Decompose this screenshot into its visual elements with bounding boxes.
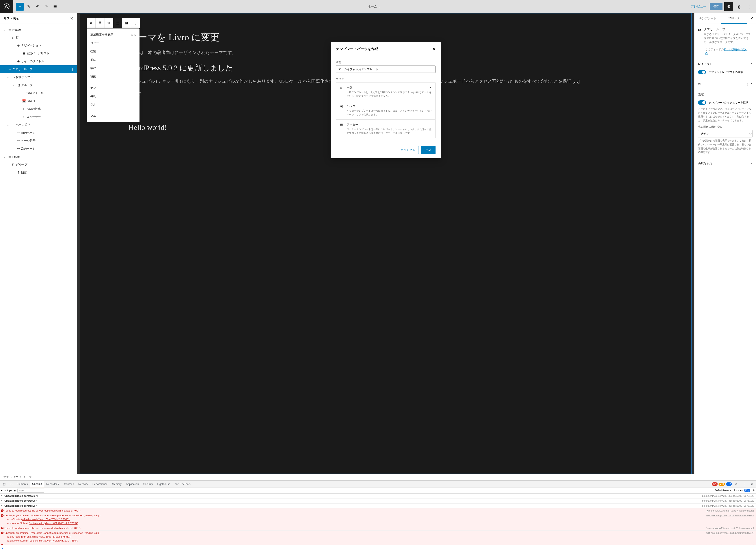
- settings-section-header[interactable]: 設定⌃: [695, 89, 756, 99]
- dt-log-line[interactable]: ▸Updated Block: core/coverblocks.min.js?…: [0, 504, 756, 508]
- dt-tab-lighthouse[interactable]: Lighthouse: [155, 481, 173, 487]
- tree-item-page-list[interactable]: ☰固定ページリスト: [0, 49, 77, 57]
- list-view-button[interactable]: ☰: [51, 3, 59, 11]
- dt-close-icon[interactable]: ✕: [749, 483, 755, 486]
- dt-context-select[interactable]: top ▾: [7, 489, 13, 492]
- breadcrumb: 文書 › クエリーループ: [0, 474, 756, 480]
- dt-log-line[interactable]: ✕Uncaught (in promise) TypeError: Cannot…: [0, 531, 756, 543]
- area-option-header[interactable]: ▣ ヘッダー ヘッダーテンプレートは一般にタイトル、ロゴ、メインナビゲーションを…: [336, 101, 435, 119]
- page-title-dropdown[interactable]: ホーム ⌄: [59, 5, 689, 9]
- wordpress-logo[interactable]: ⓦ: [0, 0, 13, 13]
- dt-gear-icon[interactable]: ⚙: [752, 489, 755, 492]
- dt-sidebar-icon[interactable]: ▸: [1, 489, 3, 492]
- preview-link[interactable]: プレビュー: [689, 5, 708, 9]
- tree-item-group[interactable]: ⌄⿻グループ: [0, 81, 77, 89]
- tree-item-site-title[interactable]: ◉サイトのタイトル: [0, 57, 77, 65]
- tree-item-footer[interactable]: ⌄▭Footer: [0, 153, 77, 160]
- dt-log-line[interactable]: ✕Failed to load resource: the server res…: [0, 543, 756, 545]
- redo-button[interactable]: ↷: [42, 3, 50, 11]
- layout-section-header[interactable]: レイアウト⌃: [695, 59, 756, 69]
- tree-item-spacer[interactable]: ↕スペーサー: [0, 113, 77, 121]
- styles-button[interactable]: ◐: [735, 2, 744, 11]
- tree-item-post-title[interactable]: ⊢投稿タイトル: [0, 89, 77, 97]
- breadcrumb-doc[interactable]: 文書: [4, 475, 9, 479]
- tree-item-prev-page[interactable]: ⋯前のページ: [0, 129, 77, 137]
- tree-item-query-loop[interactable]: ⌄∞クエリーループ⋮: [0, 65, 77, 73]
- tree-item-row[interactable]: ⌄⿻行: [0, 34, 77, 41]
- dt-issues-label[interactable]: 2 Issues: ☐ 2: [734, 489, 750, 492]
- breadcrumb-current[interactable]: クエリーループ: [13, 475, 32, 479]
- footer-area-icon: ▩: [340, 123, 344, 135]
- dt-log-line[interactable]: ▸Updated Block: core/coverblocks.min.js?…: [0, 499, 756, 503]
- dt-tab-application[interactable]: Application: [124, 481, 141, 487]
- dt-settings-icon[interactable]: ⚙: [733, 483, 740, 486]
- modal-close-button[interactable]: ✕: [432, 47, 436, 51]
- dt-console-input[interactable]: [4, 547, 754, 549]
- check-icon: ✓: [429, 86, 432, 89]
- area-option-general[interactable]: ◈ 一般✓ 一般テンプレートは、しばしば投稿コンテンツの表示のような特別なロール…: [336, 82, 435, 101]
- dt-tab-axe[interactable]: axe DevTools: [172, 481, 193, 487]
- tree-item-navigation[interactable]: ⌄⊘ナビゲーション: [0, 41, 77, 49]
- save-button[interactable]: 保存: [710, 3, 722, 10]
- dt-info-badge[interactable]: ☐ 2: [726, 482, 732, 486]
- tree-item-paragraph[interactable]: ¶段落: [0, 168, 77, 176]
- dt-log-line[interactable]: ✕Failed to load resource: the server res…: [0, 508, 756, 513]
- close-sidebar-button[interactable]: ✕: [70, 16, 73, 21]
- dt-error-badge[interactable]: ⊘ 9: [712, 482, 718, 486]
- name-field-label: 名前: [336, 60, 436, 64]
- area-option-footer[interactable]: ▩ フッター フッターテンプレートは一般にクレジット、ソーシャルリンク、またはそ…: [336, 119, 435, 138]
- dt-log-line[interactable]: ✕Failed to load resource: the server res…: [0, 526, 756, 531]
- tab-template[interactable]: テンプレート: [695, 13, 721, 24]
- name-field-input[interactable]: [336, 65, 436, 73]
- dt-tab-elements[interactable]: Elements: [15, 481, 30, 487]
- dt-clear-icon[interactable]: ⊘: [4, 489, 6, 492]
- tree-item-post-excerpt[interactable]: ⊩投稿の抜粋: [0, 105, 77, 113]
- settings-button[interactable]: ⚙: [724, 2, 733, 11]
- layout-inherit-toggle[interactable]: [698, 70, 706, 74]
- dt-device-icon[interactable]: ▭: [8, 481, 15, 487]
- dt-levels-select[interactable]: Default levels ▾: [715, 489, 732, 492]
- modal-title: テンプレートパーツを作成: [336, 47, 378, 51]
- tree-item-header[interactable]: ⌄▭Header: [0, 26, 77, 34]
- close-settings-button[interactable]: ✕: [747, 16, 756, 21]
- dt-filter-input[interactable]: [17, 489, 44, 493]
- tree-item-pagination[interactable]: ⌄⋯ページ送り: [0, 121, 77, 129]
- sticky-help-text: ブログ記事は先頭固定表示できます。これは、投稿フロントページの最上部に配置され、…: [698, 139, 752, 154]
- area-field-label: エリア: [336, 77, 436, 81]
- dt-tab-sources[interactable]: Sources: [62, 481, 76, 487]
- dt-tab-recorder[interactable]: Recorder ⏷: [44, 481, 62, 487]
- editor-canvas[interactable]: ∞ ⠿ ⇅ ☰ ⊞ ⋮ 追加設定を非表示⌘⇧, コピー 複製 前に 後に 移動 …: [80, 13, 692, 474]
- dt-log-line[interactable]: ✕Uncaught (in promise) TypeError: Cannot…: [0, 513, 756, 526]
- tree-item-group-footer[interactable]: ⌄⿻グループ: [0, 160, 77, 168]
- dt-tab-performance[interactable]: Performance: [90, 481, 110, 487]
- tree-item-page-numbers[interactable]: ⋯ページ番号: [0, 137, 77, 145]
- dt-eye-icon[interactable]: ◉: [14, 489, 16, 492]
- tree-item-next-page[interactable]: ⋯次のページ: [0, 145, 77, 153]
- advanced-section-header[interactable]: 高度な設定⌄: [695, 158, 756, 168]
- color-section-header[interactable]: 色⋮ ⌃: [695, 79, 756, 89]
- dt-tab-memory[interactable]: Memory: [110, 481, 124, 487]
- dt-log-line[interactable]: ▸Updated Block: core/galleryblocks.min.j…: [0, 494, 756, 499]
- edit-tool-button[interactable]: ✎: [25, 3, 33, 11]
- sticky-posts-select[interactable]: 含める: [698, 130, 752, 137]
- inherit-query-toggle[interactable]: [698, 100, 706, 105]
- dt-tab-console[interactable]: Console: [30, 481, 44, 487]
- sidebar-title: リスト表示: [4, 17, 19, 21]
- create-template-part-modal: テンプレートパーツを作成 ✕ 名前 エリア ◈ 一般✓: [331, 42, 441, 158]
- tree-item-post-date[interactable]: 📅投稿日: [0, 97, 77, 105]
- dt-more-icon[interactable]: ⋮: [741, 483, 748, 486]
- create-button[interactable]: 生成: [421, 146, 436, 154]
- devtools-panel: ⬚ ▭ Elements Console Recorder ⏷ Sources …: [0, 480, 756, 551]
- add-block-button[interactable]: ＋: [16, 3, 24, 11]
- dt-inspect-icon[interactable]: ⬚: [1, 481, 8, 487]
- dt-tab-network[interactable]: Network: [76, 481, 90, 487]
- tab-block[interactable]: ブロック: [721, 13, 747, 24]
- undo-button[interactable]: ↶: [34, 3, 41, 11]
- dt-warning-badge[interactable]: ▲ 3: [719, 483, 725, 486]
- dt-tab-security[interactable]: Security: [141, 481, 155, 487]
- tree-item-more-icon[interactable]: ⋮: [70, 68, 75, 71]
- feed-note: このフィードの新しい投稿を作成する。: [695, 48, 756, 59]
- more-options-button[interactable]: ⋮: [745, 2, 754, 11]
- cancel-button[interactable]: キャンセル: [397, 146, 419, 154]
- tree-item-post-template[interactable]: ⌄▭投稿テンプレート: [0, 73, 77, 81]
